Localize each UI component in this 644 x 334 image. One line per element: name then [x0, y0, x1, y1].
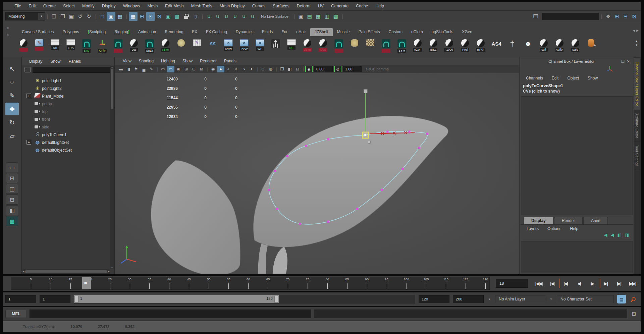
- play-forwards-button[interactable]: ▶: [586, 279, 598, 288]
- layout-custom[interactable]: ▩: [6, 216, 18, 226]
- shelf-item-pvw[interactable]: PVW: [237, 38, 252, 56]
- shelf-tab[interactable]: XGen: [458, 28, 477, 36]
- outliner-search-input[interactable]: [33, 67, 112, 73]
- camera-settings-icon[interactable]: ◨: [125, 66, 132, 72]
- safe-title-icon[interactable]: ⊠: [198, 66, 205, 72]
- shelf-item-grid[interactable]: [190, 38, 204, 56]
- outliner-item-plant-model[interactable]: + Plant_Model: [22, 92, 110, 100]
- menubar-item[interactable]: Mesh Tools: [187, 2, 216, 10]
- move-layer-up-icon[interactable]: ◀: [604, 232, 607, 240]
- sidetab-attribute-editor[interactable]: Attribute Editor: [634, 110, 640, 142]
- shelf-item-cskn[interactable]: cSkn: [158, 38, 173, 56]
- snapshot-icon[interactable]: ◧: [286, 66, 293, 72]
- mel-button[interactable]: MEL: [5, 310, 27, 318]
- snap-to-point-icon[interactable]: ⊡: [146, 12, 155, 21]
- ipr-render-icon[interactable]: ▦: [314, 12, 323, 21]
- menubar-item[interactable]: Cache: [352, 2, 372, 10]
- shelf-item-lra[interactable]: LRA: [63, 38, 78, 56]
- shelf-item-24[interactable]: [379, 38, 393, 56]
- open-scene-icon[interactable]: ❐: [58, 12, 67, 21]
- attribute-editor-toggle-icon[interactable]: ⊟: [621, 12, 630, 21]
- current-frame-field[interactable]: 18: [496, 279, 528, 288]
- shelf-item-wh[interactable]: WH: [253, 38, 267, 56]
- outliner-item-front[interactable]: front: [22, 115, 110, 123]
- new-layer-icon[interactable]: ◨: [625, 232, 629, 240]
- outliner-item-side[interactable]: side: [22, 123, 110, 131]
- snap-relations-5-icon[interactable]: ∪: [239, 12, 248, 21]
- menubar-item[interactable]: File: [11, 2, 25, 10]
- menubar-item[interactable]: Help: [372, 2, 388, 10]
- render-settings-icon[interactable]: ▥: [323, 12, 331, 21]
- save-scene-icon[interactable]: ▣: [67, 12, 76, 21]
- snap-relations-4-icon[interactable]: ∪: [231, 12, 239, 21]
- scroll-up-icon[interactable]: ▲: [111, 66, 113, 68]
- viewport-canvas[interactable]: 1248000 2398600 1154400: [115, 73, 519, 274]
- menubar-item[interactable]: Windows: [119, 2, 144, 10]
- shelf-item-1[interactable]: [16, 38, 31, 56]
- menubar-item[interactable]: Curves: [249, 2, 269, 10]
- viewport-menu-item[interactable]: Show: [179, 57, 196, 65]
- shelf-tab[interactable]: Muscle: [333, 28, 354, 36]
- construction-history-icon[interactable]: ▣: [297, 12, 305, 21]
- paste-pose-icon[interactable]: ❐: [278, 66, 286, 72]
- shelf-tab[interactable]: FX: [188, 28, 202, 36]
- step-back-frame-button[interactable]: |◀: [559, 279, 572, 288]
- go-to-end-button[interactable]: ▶▶|: [627, 279, 639, 288]
- snap-relations-3-icon[interactable]: ∪: [222, 12, 231, 21]
- anim-layer-dropdown[interactable]: No Anim Layer: [495, 295, 545, 303]
- redo-icon[interactable]: ↻: [85, 12, 93, 21]
- outliner-menu-item[interactable]: Display: [25, 57, 46, 65]
- shelf-spin-down-icon[interactable]: ▼: [635, 44, 638, 47]
- snap-to-view-plane-icon[interactable]: ▣: [164, 12, 172, 21]
- shelf-item-cvw[interactable]: CVW: [221, 38, 236, 56]
- character-set-chevron-icon[interactable]: ▼: [549, 298, 553, 301]
- shelf-spin-up-icon[interactable]: ▲: [635, 40, 638, 43]
- chevron-down-icon[interactable]: ▼: [38, 13, 45, 20]
- snap-relations-6-icon[interactable]: ∪: [248, 12, 257, 21]
- field-chart-icon[interactable]: ⊞: [182, 66, 190, 72]
- manipulator-sub-handle[interactable]: [368, 141, 370, 143]
- outliner-horizontal-scrollbar[interactable]: ◀ ▶: [22, 269, 110, 274]
- range-end-handle[interactable]: [274, 296, 278, 302]
- shelf-item-orange[interactable]: [584, 38, 598, 56]
- bookmark-icon[interactable]: ⚑: [132, 66, 140, 72]
- range-slider-track[interactable]: 1 120: [74, 295, 415, 303]
- sidetab-tool-settings[interactable]: Tool Settings: [634, 142, 640, 170]
- shelf-menu-icon[interactable]: ≡: [5, 26, 10, 31]
- play-backwards-button[interactable]: ◀: [573, 279, 585, 288]
- selected-node-name[interactable]: polyToCurveShape1: [520, 82, 634, 88]
- menubar-item[interactable]: Surfaces: [269, 2, 293, 10]
- content-browser-icon[interactable]: 🗖: [531, 12, 540, 21]
- shelf-tab[interactable]: Rendering: [160, 28, 187, 36]
- shelf-item-ne[interactable]: NE: [284, 38, 299, 56]
- layer-menu-item[interactable]: Help: [566, 225, 583, 232]
- snap-relations-1-icon[interactable]: ∪: [205, 12, 213, 21]
- viewport-menu-item[interactable]: Renderer: [196, 57, 220, 65]
- outliner-menu-item[interactable]: Panels: [64, 57, 85, 65]
- content-browser-icon[interactable]: ❖: [604, 12, 612, 21]
- selection-highlight-icon[interactable]: ▯: [191, 12, 200, 21]
- layout-single-pane[interactable]: ▭: [6, 162, 18, 172]
- shelf-item-as4[interactable]: AS4: [489, 38, 504, 56]
- layout-four-pane[interactable]: ⊞: [6, 173, 18, 183]
- snap-to-grid-icon[interactable]: ▦: [129, 12, 138, 21]
- snap-relations-2-icon[interactable]: ∪: [213, 12, 222, 21]
- pop-out-icon[interactable]: ❐: [620, 59, 626, 64]
- shelf-tab[interactable]: Animation: [134, 28, 160, 36]
- cvs-hint[interactable]: CVs (click to show): [520, 88, 634, 96]
- menubar-item[interactable]: Create: [40, 2, 60, 10]
- display-layers-area[interactable]: [521, 241, 633, 273]
- shelf-tab[interactable]: Curves / Surfaces: [17, 28, 58, 36]
- exposure-icon[interactable]: ◉: [305, 66, 313, 72]
- shelf-item-sym[interactable]: SYM: [394, 38, 409, 56]
- shelf-tab[interactable]: nHair: [292, 28, 310, 36]
- outliner-item-persp[interactable]: persp: [22, 100, 110, 108]
- current-frame-marker[interactable]: 18: [82, 277, 91, 289]
- shelf-tab[interactable]: Dynamics: [231, 28, 258, 36]
- viewport-menu-item[interactable]: View: [119, 57, 135, 65]
- shelf-item-cross[interactable]: [505, 38, 520, 56]
- scroll-right-icon[interactable]: ▶: [108, 270, 110, 273]
- resolution-gate-icon[interactable]: ▭: [167, 66, 174, 72]
- menubar-item[interactable]: Display: [98, 2, 119, 10]
- menubar-item[interactable]: Select: [59, 2, 78, 10]
